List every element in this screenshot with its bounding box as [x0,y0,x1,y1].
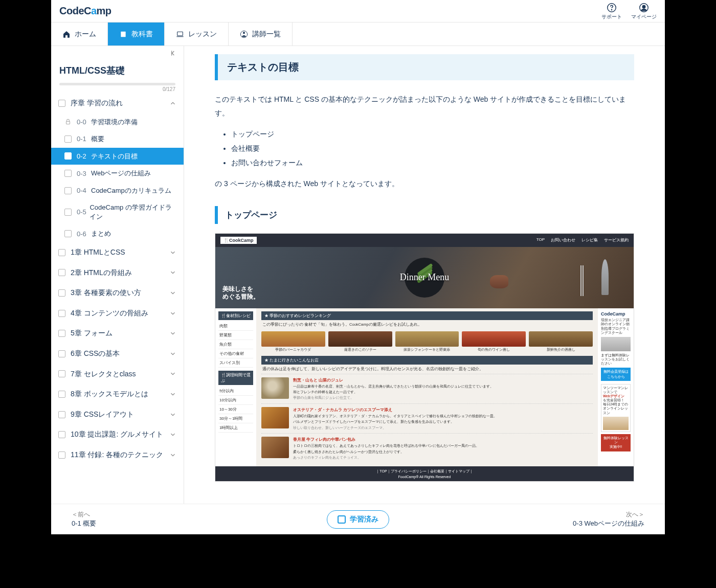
lesson-row[interactable]: 0-3Webページの仕組み [51,165,184,182]
chevron-icon [169,431,176,438]
mypage-label: マイページ [631,13,657,20]
chevron-icon [169,269,176,276]
header: CodeCamp サポート マイページ [51,0,665,22]
chevron-icon [169,310,176,317]
home-icon [62,30,71,38]
svg-rect-8 [66,122,70,124]
chevron-icon [169,249,176,256]
svg-point-1 [611,9,612,10]
chevron-icon [169,330,176,337]
lesson-row[interactable]: 0-2テキストの目標 [51,148,184,165]
chevron-icon [169,451,176,459]
support-label: サポート [601,13,622,20]
brand-logo[interactable]: CodeCamp [59,5,111,17]
tab-textbook[interactable]: 教科書 [108,22,165,46]
chapter-row[interactable]: 11章 付録: 各種のテクニック [51,445,184,465]
svg-point-3 [642,5,645,8]
chapter-row[interactable]: 1章 HTMLとCSS [51,242,184,263]
lesson-row[interactable]: 0-4CodeCampのカリキュラム [51,182,184,199]
collapse-icon [169,49,177,57]
chevron-icon [169,350,176,357]
svg-rect-4 [121,31,125,37]
chapter-row[interactable]: 4章 コンテンツの骨組み [51,303,184,324]
tab-home[interactable]: ホーム [51,22,108,46]
tab-lesson[interactable]: レッスン [165,22,229,46]
teacher-icon [240,30,248,38]
svg-rect-5 [177,32,183,35]
chevron-icon [169,289,176,297]
help-icon [606,2,617,13]
next-button[interactable]: 次へ＞ 0-3 Webページの仕組み [573,510,644,528]
navbar: ホーム 教科書 レッスン 講師一覧 [51,22,665,46]
bullet-item: トップページ [231,127,634,141]
chapter-row[interactable]: 序章 学習の流れ [51,93,184,114]
chapter-row[interactable]: 5章 フォーム [51,323,184,344]
chapter-row[interactable]: 8章 ボックスモデルとは [51,384,184,404]
progress: 0/127 [51,81,184,93]
mock-logo: 🍴CookCamp [220,237,257,244]
lesson-row[interactable]: 0-1概要 [51,130,184,148]
tab-teachers[interactable]: 講師一覧 [229,22,293,46]
chapter-row[interactable]: 9章 CSSレイアウト [51,404,184,425]
chevron-icon [169,411,176,418]
chevron-icon [169,100,176,107]
support-link[interactable]: サポート [601,2,622,20]
chapter-row[interactable]: 6章 CSSの基本 [51,344,184,364]
mypage-link[interactable]: マイページ [631,2,657,20]
chapter-row[interactable]: 7章 セレクタとclass [51,364,184,385]
bullet-item: お問い合わせフォーム [231,155,634,170]
sub-heading: トップページ [215,206,634,224]
chapter-row[interactable]: 3章 各種要素の使い方 [51,283,184,303]
mark-done-button[interactable]: 学習済み [327,510,389,529]
prev-button[interactable]: ＜前へ 0-1 概要 [72,510,96,528]
course-title: HTML/CSS基礎 [51,60,184,81]
mock-website-preview: 🍴CookCamp TOPお問い合わせレシピ集サービス規約 Dinner Men… [215,233,634,482]
sidebar-collapse[interactable] [51,46,184,60]
bullet-item: 会社概要 [231,141,634,155]
user-icon [638,2,650,13]
mock-nav: TOPお問い合わせレシピ集サービス規約 [536,237,629,243]
intro-paragraph: このテキストでは HTML と CSS の基本的なテクニックが詰まった以下のよう… [215,93,634,120]
footer-nav: ＜前へ 0-1 概要 学習済み 次へ＞ 0-3 Webページの仕組み [51,504,665,534]
lesson-row[interactable]: 0-5CodeCamp の学習ガイドライン [51,199,184,225]
laptop-icon [176,30,184,38]
main-content: テキストの目標 このテキストでは HTML と CSS の基本的なテクニックが詰… [184,46,665,534]
checkbox-icon [338,515,346,524]
chapter-row[interactable]: 10章 提出課題: グルメサイト [51,424,184,445]
sidebar: HTML/CSS基礎 0/127 序章 学習の流れ0-0学習環境の準備0-1概要… [51,46,184,534]
outro-paragraph: の 3 ページから構成された Web サイトとなっています。 [215,177,634,191]
lesson-row[interactable]: 0-0学習環境の準備 [51,114,184,131]
bullet-list: トップページ会社概要お問い合わせフォーム [215,120,634,177]
chevron-icon [169,391,176,398]
progress-count: 0/127 [59,85,175,92]
book-icon [119,30,127,38]
lock-icon [64,118,72,125]
lesson-row[interactable]: 0-6まとめ [51,225,184,242]
mock-hero: Dinner Menu 美味しさをめぐる冒険。 [215,247,634,308]
svg-point-6 [243,32,245,34]
chapter-row[interactable]: 2章 HTMLの骨組み [51,263,184,283]
page-title: テキストの目標 [215,54,634,80]
chevron-icon [169,370,176,377]
